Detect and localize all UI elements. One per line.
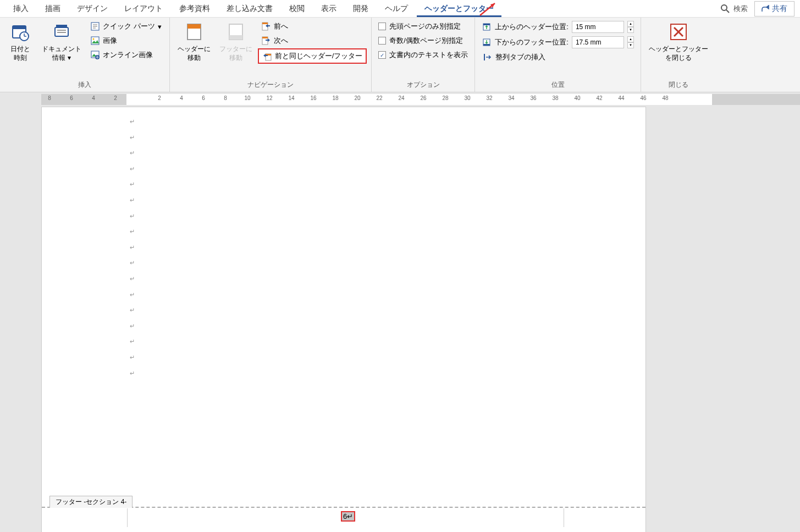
- page-number-field[interactable]: 6↵: [341, 511, 355, 522]
- menu-header-footer[interactable]: ヘッダーとフッター: [417, 1, 501, 17]
- date-time-button[interactable]: 日付と 時刻: [4, 20, 36, 64]
- quick-parts-label: クイック パーツ: [103, 21, 155, 31]
- group-label-close: 閉じる: [645, 78, 711, 91]
- menu-help[interactable]: ヘルプ: [377, 1, 416, 17]
- goto-header-button[interactable]: ヘッダーに 移動: [174, 20, 214, 64]
- svg-rect-32: [483, 24, 490, 25]
- spinner-up-icon[interactable]: ▲: [627, 21, 634, 27]
- align-tab-icon: [483, 52, 493, 62]
- footer-from-bottom-label: 下からのフッター位置:: [495, 37, 569, 47]
- svg-rect-26: [262, 23, 268, 24]
- svg-rect-28: [262, 37, 268, 38]
- link-previous-label: 前と同じヘッダー/フッター: [275, 51, 363, 61]
- goto-footer-icon: [226, 22, 246, 42]
- goto-header-icon: [184, 22, 204, 42]
- menu-bar: 挿入 描画 デザイン レイアウト 参考資料 差し込み文書 校閲 表示 開発 ヘル…: [0, 0, 800, 18]
- svg-rect-34: [483, 44, 490, 46]
- page[interactable]: ↵ ↵ ↵ ↵ ↵ ↵ ↵ ↵ ↵ ↵ ↵ ↵ ↵ ↵ ↵ ↵ ↵: [41, 107, 646, 532]
- close-label: ヘッダーとフッター を閉じる: [649, 45, 708, 62]
- search-icon: [720, 4, 730, 14]
- header-spinner[interactable]: ▲ ▼: [627, 21, 634, 33]
- odd-even-checkbox[interactable]: 奇数/偶数ページ別指定: [376, 34, 470, 47]
- svg-rect-5: [13, 26, 26, 29]
- svg-point-0: [721, 5, 727, 10]
- menu-mailings[interactable]: 差し込み文書: [219, 1, 280, 17]
- group-label-navigation: ナビゲーション: [174, 78, 367, 91]
- picture-icon: [90, 36, 100, 46]
- prev-label: 前へ: [274, 21, 288, 31]
- online-picture-button[interactable]: オンライン画像: [87, 48, 165, 62]
- show-text-checkbox[interactable]: ✓ 文書内のテキストを表示: [376, 48, 470, 62]
- spinner-down-icon[interactable]: ▼: [627, 27, 634, 33]
- menu-draw[interactable]: 描画: [37, 1, 68, 17]
- doc-info-button[interactable]: ドキュメント 情報 ▾: [38, 20, 85, 64]
- prev-section-button[interactable]: 前へ: [258, 20, 367, 33]
- date-time-label: 日付と 時刻: [10, 45, 30, 62]
- header-position-input[interactable]: [572, 21, 624, 33]
- dropdown-icon: ▾: [158, 23, 162, 31]
- page-body: ↵ ↵ ↵ ↵ ↵ ↵ ↵ ↵ ↵ ↵ ↵ ↵ ↵ ↵ ↵ ↵ ↵: [42, 107, 645, 381]
- share-label: 共有: [772, 4, 787, 14]
- checkbox-unchecked-icon: [378, 37, 386, 45]
- svg-line-1: [726, 10, 729, 13]
- svg-rect-24: [229, 35, 242, 40]
- svg-point-18: [93, 38, 95, 40]
- ribbon-group-insert: 日付と 時刻 ドキュメント 情報 ▾ クイック パーツ ▾ 画像 オンライ: [0, 18, 170, 92]
- online-picture-label: オンライン画像: [103, 50, 153, 60]
- document-info-icon: [52, 22, 71, 42]
- menu-developer[interactable]: 開発: [345, 1, 376, 17]
- footer-position-input[interactable]: [572, 36, 624, 48]
- quick-parts-icon: [90, 21, 100, 31]
- ribbon-group-close: ヘッダーとフッター を閉じる 閉じる: [641, 18, 716, 92]
- odd-even-label: 奇数/偶数ページ別指定: [389, 36, 463, 46]
- group-label-insert: 挿入: [4, 78, 165, 91]
- search-button[interactable]: 検索: [715, 4, 753, 14]
- next-section-button[interactable]: 次へ: [258, 34, 367, 47]
- close-header-footer-button[interactable]: ヘッダーとフッター を閉じる: [645, 20, 711, 64]
- close-icon: [669, 22, 688, 42]
- header-from-top-row: 上からのヘッダー位置: ▲ ▼: [479, 20, 636, 34]
- first-page-label: 先頭ページのみ別指定: [389, 21, 461, 31]
- spinner-down-icon[interactable]: ▼: [627, 42, 634, 48]
- footer-spinner[interactable]: ▲ ▼: [627, 36, 634, 48]
- checkbox-checked-icon: ✓: [378, 51, 386, 59]
- checkbox-unchecked-icon: [378, 23, 386, 30]
- first-page-checkbox[interactable]: 先頭ページのみ別指定: [376, 20, 470, 33]
- header-from-top-label: 上からのヘッダー位置:: [495, 22, 569, 32]
- picture-button[interactable]: 画像: [87, 34, 165, 47]
- ribbon-group-position: 上からのヘッダー位置: ▲ ▼ 下からのフッター位置: ▲ ▼: [475, 18, 641, 92]
- online-picture-icon: [90, 50, 100, 60]
- link-to-previous-button[interactable]: 前と同じヘッダー/フッター: [258, 48, 367, 64]
- document-area: 8642246810121416182022242628303234363840…: [0, 92, 800, 532]
- share-button[interactable]: 共有: [754, 1, 795, 16]
- group-label-position: 位置: [479, 78, 636, 91]
- ribbon: 日付と 時刻 ドキュメント 情報 ▾ クイック パーツ ▾ 画像 オンライ: [0, 18, 800, 92]
- footer-section-tag: フッター -セクション 4-: [49, 496, 133, 508]
- goto-footer-label: フッターに 移動: [219, 45, 252, 62]
- quick-parts-button[interactable]: クイック パーツ ▾: [87, 20, 165, 33]
- ribbon-group-navigation: ヘッダーに 移動 フッターに 移動 前へ 次へ 前と同じヘッダー/フッター: [170, 18, 372, 92]
- insert-align-tab-button[interactable]: 整列タブの挿入: [479, 51, 636, 64]
- menu-review[interactable]: 校閲: [282, 1, 312, 17]
- share-icon: [762, 5, 769, 13]
- svg-rect-22: [187, 24, 201, 29]
- goto-footer-button: フッターに 移動: [216, 20, 256, 64]
- ribbon-group-options: 先頭ページのみ別指定 奇数/偶数ページ別指定 ✓ 文書内のテキストを表示 オプシ…: [372, 18, 475, 92]
- menu-insert[interactable]: 挿入: [5, 1, 36, 17]
- menu-view[interactable]: 表示: [313, 1, 344, 17]
- svg-rect-9: [55, 27, 68, 36]
- next-label: 次へ: [274, 36, 288, 46]
- align-tab-label: 整列タブの挿入: [495, 52, 545, 62]
- next-icon: [261, 36, 271, 46]
- search-label: 検索: [733, 4, 748, 14]
- prev-icon: [261, 21, 271, 31]
- menu-design[interactable]: デザイン: [69, 1, 115, 17]
- goto-header-label: ヘッダーに 移動: [178, 45, 211, 62]
- footer-position-icon: [482, 37, 492, 47]
- horizontal-ruler[interactable]: 8642246810121416182022242628303234363840…: [0, 92, 800, 107]
- menu-references[interactable]: 参考資料: [172, 1, 218, 17]
- spinner-up-icon[interactable]: ▲: [627, 36, 634, 42]
- footer-from-bottom-row: 下からのフッター位置: ▲ ▼: [479, 35, 636, 49]
- menu-layout[interactable]: レイアウト: [117, 1, 170, 17]
- calendar-clock-icon: [10, 22, 30, 42]
